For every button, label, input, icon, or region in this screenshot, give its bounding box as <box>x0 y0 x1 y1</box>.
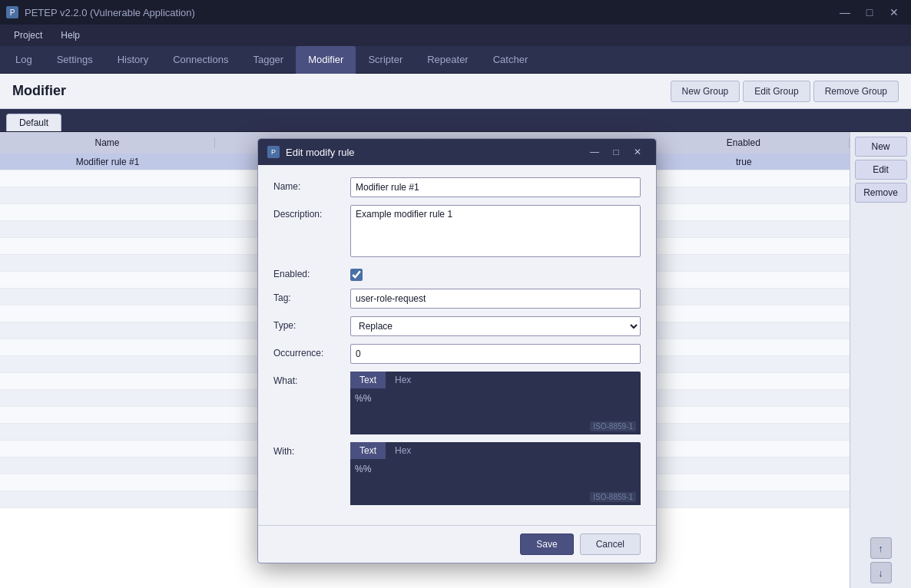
what-row: What: Text Hex %% ISO-8859-1 <box>273 372 641 434</box>
modal-maximize-button[interactable]: □ <box>607 143 625 161</box>
remove-rule-button[interactable]: Remove <box>855 183 907 203</box>
menu-project[interactable]: Project <box>6 28 50 43</box>
description-label: Description: <box>273 205 350 220</box>
name-input[interactable] <box>350 177 641 197</box>
modal-title-label: Edit modify rule <box>286 147 355 158</box>
description-input[interactable]: Example modifier rule 1 <box>350 205 641 257</box>
with-tab-text[interactable]: Text <box>350 442 386 459</box>
menu-help[interactable]: Help <box>53 28 88 43</box>
what-label: What: <box>273 372 350 386</box>
save-button[interactable]: Save <box>520 533 573 555</box>
sidebar: New Edit Remove ↑ ↓ <box>850 132 911 588</box>
with-section: Text Hex %% ISO-8859-1 <box>350 442 641 505</box>
up-arrow-icon: ↑ <box>878 543 883 554</box>
with-row: With: Text Hex %% ISO-8859-1 <box>273 442 641 505</box>
name-label: Name: <box>273 177 350 192</box>
modal-body: Name: Description: Example modifier rule… <box>258 165 656 525</box>
tab-scripter[interactable]: Scripter <box>356 46 415 74</box>
modal-close-button[interactable]: ✕ <box>628 143 647 161</box>
page-header: Modifier New Group Edit Group Remove Gro… <box>0 74 911 109</box>
modal-controls: — □ ✕ <box>585 143 647 161</box>
type-row: Type: Replace Remove Add <box>273 316 641 336</box>
cancel-button[interactable]: Cancel <box>580 533 641 555</box>
what-tab-hex[interactable]: Hex <box>386 372 420 388</box>
move-down-button[interactable]: ↓ <box>870 562 892 583</box>
with-tab-content: %% ISO-8859-1 <box>350 459 641 505</box>
what-tab-content: %% ISO-8859-1 <box>350 388 641 434</box>
what-tab-text[interactable]: Text <box>350 372 386 388</box>
app-icon: P <box>6 6 18 18</box>
modal-minimize-button[interactable]: — <box>585 143 604 161</box>
enabled-label: Enabled: <box>273 265 350 279</box>
modal-footer: Save Cancel <box>258 525 656 563</box>
modal-titlebar: P Edit modify rule — □ ✕ <box>258 139 656 165</box>
type-label: Type: <box>273 316 350 331</box>
maximize-button[interactable]: □ <box>859 2 880 23</box>
with-label: With: <box>273 442 350 457</box>
down-arrow-icon: ↓ <box>878 567 883 579</box>
title-bar: P PETEP v2.2.0 (Vulnerable Application) … <box>0 0 911 25</box>
group-tabs: Default <box>0 109 911 132</box>
tab-connections[interactable]: Connections <box>161 46 240 74</box>
modal-title: P Edit modify rule <box>267 146 355 158</box>
cell-enabled: true <box>638 157 850 167</box>
edit-group-button[interactable]: Edit Group <box>743 81 810 102</box>
page-title: Modifier <box>12 83 66 99</box>
enabled-row: Enabled: <box>273 265 641 281</box>
col-name: Name <box>0 137 215 148</box>
tag-label: Tag: <box>273 289 350 303</box>
tab-catcher[interactable]: Catcher <box>481 46 541 74</box>
minimize-button[interactable]: — <box>834 2 856 23</box>
group-tab-default[interactable]: Default <box>6 114 61 131</box>
with-tab-bar: Text Hex <box>350 442 641 459</box>
occurrence-label: Occurrence: <box>273 344 350 358</box>
col-enabled: Enabled <box>638 137 850 148</box>
what-encoding-badge: ISO-8859-1 <box>590 421 636 431</box>
name-row: Name: <box>273 177 641 197</box>
with-tab-hex[interactable]: Hex <box>386 442 420 459</box>
move-up-button[interactable]: ↑ <box>870 537 892 559</box>
app-title: PETEP v2.2.0 (Vulnerable Application) <box>25 7 828 18</box>
enabled-checkbox[interactable] <box>350 269 363 281</box>
edit-modify-rule-modal: P Edit modify rule — □ ✕ Name: Descripti… <box>257 138 657 563</box>
remove-group-button[interactable]: Remove Group <box>813 81 899 102</box>
close-button[interactable]: ✕ <box>883 2 905 23</box>
what-section: Text Hex %% ISO-8859-1 <box>350 372 641 434</box>
tag-row: Tag: <box>273 289 641 309</box>
occurrence-input[interactable] <box>350 344 641 364</box>
tab-modifier[interactable]: Modifier <box>296 46 356 74</box>
header-buttons: New Group Edit Group Remove Group <box>671 81 899 102</box>
modal-icon: P <box>267 146 280 158</box>
description-row: Description: Example modifier rule 1 <box>273 205 641 257</box>
tab-log[interactable]: Log <box>3 46 45 74</box>
nav-bar: Log Settings History Connections Tagger … <box>0 46 911 74</box>
what-tab-bar: Text Hex <box>350 372 641 388</box>
tab-repeater[interactable]: Repeater <box>415 46 480 74</box>
with-encoding-badge: ISO-8859-1 <box>590 492 636 502</box>
cell-name: Modifier rule #1 <box>0 157 215 167</box>
new-rule-button[interactable]: New <box>855 137 907 157</box>
tag-input[interactable] <box>350 289 641 309</box>
tab-history[interactable]: History <box>105 46 161 74</box>
tab-tagger[interactable]: Tagger <box>240 46 296 74</box>
tab-settings[interactable]: Settings <box>45 46 105 74</box>
window-controls: — □ ✕ <box>834 2 905 23</box>
type-select[interactable]: Replace Remove Add <box>350 316 641 336</box>
new-group-button[interactable]: New Group <box>671 81 740 102</box>
menu-bar: Project Help <box>0 25 911 46</box>
edit-rule-button[interactable]: Edit <box>855 160 907 180</box>
occurrence-row: Occurrence: <box>273 344 641 364</box>
